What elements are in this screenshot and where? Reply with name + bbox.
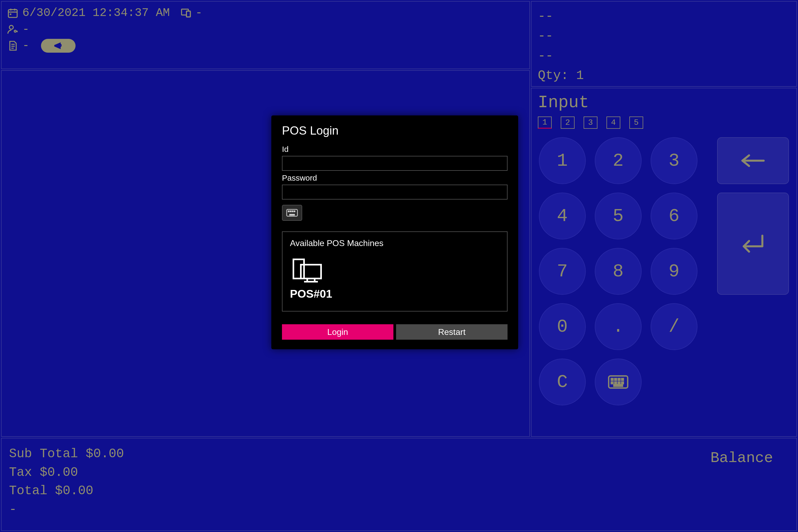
total-value: $0.00 <box>55 483 93 498</box>
key-enter[interactable] <box>717 193 789 295</box>
password-label: Password <box>282 173 508 183</box>
login-title: POS Login <box>282 124 508 137</box>
key-9[interactable]: 9 <box>651 248 698 295</box>
status-panel: 6/30/2021 12:34:37 AM - - - <box>1 1 530 69</box>
key-slash[interactable]: / <box>651 303 698 350</box>
svg-rect-14 <box>611 379 613 380</box>
balance-label: Balance <box>710 445 789 524</box>
total-label: Total <box>9 483 48 498</box>
svg-rect-17 <box>622 379 624 380</box>
svg-rect-26 <box>290 211 291 212</box>
key-7[interactable]: 7 <box>539 248 586 295</box>
qty-label: Qty: <box>538 68 568 83</box>
key-4[interactable]: 4 <box>539 193 586 240</box>
svg-rect-27 <box>292 211 293 212</box>
key-1[interactable]: 1 <box>539 137 586 184</box>
svg-rect-25 <box>288 211 289 212</box>
status-user: - <box>22 21 29 38</box>
login-button[interactable]: Login <box>282 324 394 340</box>
restart-button[interactable]: Restart <box>396 324 508 340</box>
extra-line: - <box>9 500 124 519</box>
memory-tab-3[interactable]: 3 <box>584 116 597 129</box>
login-modal: POS Login Id Password Available POS Mach… <box>271 115 518 349</box>
svg-rect-30 <box>293 259 304 279</box>
svg-rect-29 <box>290 214 294 215</box>
totals-bar: Sub Total $0.00 Tax $0.00 Total $0.00 - … <box>1 438 797 531</box>
svg-rect-0 <box>8 10 17 17</box>
memory-tab-2[interactable]: 2 <box>561 116 574 129</box>
key-2[interactable]: 2 <box>595 137 642 184</box>
totals-left: Sub Total $0.00 Tax $0.00 Total $0.00 - <box>9 445 124 524</box>
status-terminal: - <box>195 5 203 21</box>
tax-line: Tax $0.00 <box>9 463 124 482</box>
pos-machine-item[interactable]: POS#01 <box>290 257 332 300</box>
onscreen-keyboard-button[interactable] <box>282 205 302 221</box>
available-machines-box: Available POS Machines POS#01 <box>282 231 508 311</box>
info-line-2: -- <box>538 26 790 46</box>
key-dot[interactable]: . <box>595 303 642 350</box>
status-datetime: 6/30/2021 12:34:37 AM <box>22 5 170 21</box>
pos-machine-label: POS#01 <box>290 288 332 300</box>
memory-tabs: 1 2 3 4 5 <box>538 116 792 129</box>
total-line: Total $0.00 <box>9 482 124 500</box>
svg-rect-4 <box>10 14 12 15</box>
svg-rect-6 <box>186 11 190 17</box>
svg-rect-18 <box>611 382 613 384</box>
key-6[interactable]: 6 <box>651 193 698 240</box>
key-8[interactable]: 8 <box>595 248 642 295</box>
password-input[interactable] <box>282 185 508 200</box>
key-5[interactable]: 5 <box>595 193 642 240</box>
qty-value: 1 <box>576 68 584 83</box>
svg-rect-20 <box>618 382 620 384</box>
svg-rect-16 <box>618 379 620 380</box>
svg-point-9 <box>14 30 16 32</box>
key-backspace[interactable] <box>717 137 789 184</box>
id-label: Id <box>282 145 508 154</box>
svg-point-8 <box>9 25 13 30</box>
key-0[interactable]: 0 <box>539 303 586 350</box>
svg-rect-28 <box>294 211 295 212</box>
tax-value: $0.00 <box>40 465 78 480</box>
key-keyboard[interactable] <box>595 359 642 405</box>
key-3[interactable]: 3 <box>651 137 698 184</box>
input-label: Input <box>538 93 792 112</box>
status-doc: - <box>22 38 29 54</box>
calendar-icon <box>7 7 19 19</box>
info-line-3: -- <box>538 46 790 66</box>
id-input[interactable] <box>282 156 508 171</box>
memory-tab-4[interactable]: 4 <box>607 116 620 129</box>
available-machines-title: Available POS Machines <box>290 238 499 248</box>
svg-rect-22 <box>614 385 623 386</box>
key-clear[interactable]: C <box>539 359 586 405</box>
svg-rect-21 <box>622 382 624 384</box>
memory-tab-5[interactable]: 5 <box>629 116 643 129</box>
announcement-pill[interactable] <box>41 39 76 53</box>
terminal-icon <box>180 7 192 19</box>
qty-line: Qty: 1 <box>538 66 790 86</box>
keypad-grid: 1 2 3 4 5 6 7 8 9 0 . / C <box>536 137 792 417</box>
svg-rect-15 <box>615 379 616 380</box>
info-line-1: -- <box>538 6 790 26</box>
user-key-icon <box>7 23 19 35</box>
info-panel: -- -- -- Qty: 1 <box>531 1 797 87</box>
pos-machine-icon <box>290 257 324 284</box>
memory-tab-1[interactable]: 1 <box>538 116 552 129</box>
tax-label: Tax <box>9 465 32 480</box>
svg-rect-19 <box>615 382 616 384</box>
subtotal-label: Sub Total <box>9 446 78 461</box>
keypad-panel: Input 1 2 3 4 5 1 2 3 4 5 6 7 8 9 0 . / … <box>531 88 797 437</box>
subtotal-value: $0.00 <box>86 446 124 461</box>
document-icon <box>7 40 19 52</box>
subtotal-line: Sub Total $0.00 <box>9 445 124 463</box>
